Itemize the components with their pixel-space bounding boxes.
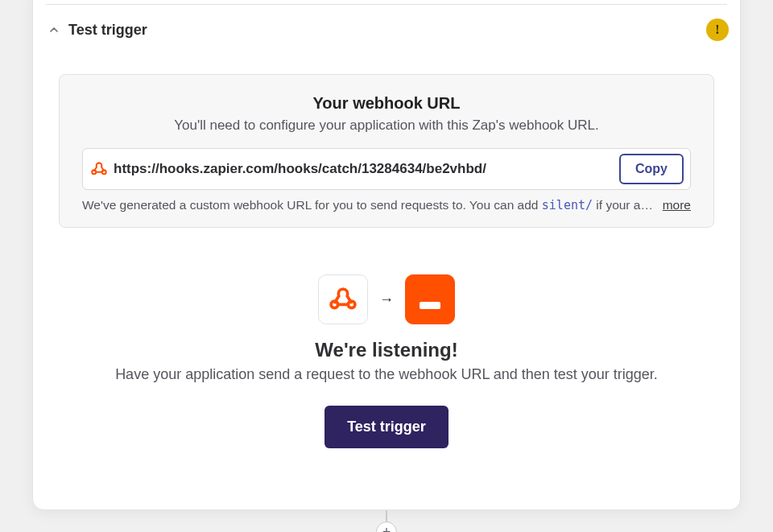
webhook-icon bbox=[329, 286, 357, 313]
arrow-right-icon: → bbox=[379, 291, 394, 308]
target-app-tile bbox=[405, 274, 455, 324]
listening-heading: We're listening! bbox=[33, 339, 740, 361]
test-trigger-button[interactable]: Test trigger bbox=[324, 406, 449, 448]
more-link[interactable]: more bbox=[663, 198, 691, 212]
section-title: Test trigger bbox=[68, 22, 147, 39]
panel-header: Test trigger ! bbox=[33, 6, 740, 54]
plus-icon: + bbox=[382, 525, 391, 532]
app-pair: → bbox=[318, 274, 455, 324]
add-step-button[interactable]: + bbox=[376, 522, 397, 532]
connector-line bbox=[386, 510, 387, 522]
listening-subtitle: Have your application send a request to … bbox=[33, 366, 740, 383]
webhook-app-tile bbox=[318, 274, 368, 324]
webhook-title: Your webhook URL bbox=[82, 94, 691, 113]
webhook-subtitle: You'll need to configure your applicatio… bbox=[82, 118, 691, 134]
copy-button[interactable]: Copy bbox=[619, 154, 684, 184]
panel-divider bbox=[46, 4, 727, 5]
chevron-up-icon bbox=[48, 23, 60, 36]
webhook-help: We've generated a custom webhook URL for… bbox=[82, 198, 691, 212]
listening-block: → We're listening! Have your application… bbox=[33, 274, 740, 448]
add-step-connector: + bbox=[376, 510, 397, 532]
webhook-card: Your webhook URL You'll need to configur… bbox=[59, 74, 714, 228]
webhook-url-row: https://hooks.zapier.com/hooks/catch/132… bbox=[82, 148, 691, 190]
webhook-url[interactable]: https://hooks.zapier.com/hooks/catch/132… bbox=[114, 161, 619, 177]
webhook-icon bbox=[89, 159, 109, 179]
webhook-help-text: We've generated a custom webhook URL for… bbox=[82, 198, 656, 212]
collapse-toggle[interactable] bbox=[44, 20, 64, 39]
step-panel: Test trigger ! Your webhook URL You'll n… bbox=[32, 0, 741, 510]
status-badge-warning[interactable]: ! bbox=[706, 19, 729, 41]
silent-path-code: silent/ bbox=[542, 198, 593, 212]
exclamation-icon: ! bbox=[715, 23, 719, 37]
